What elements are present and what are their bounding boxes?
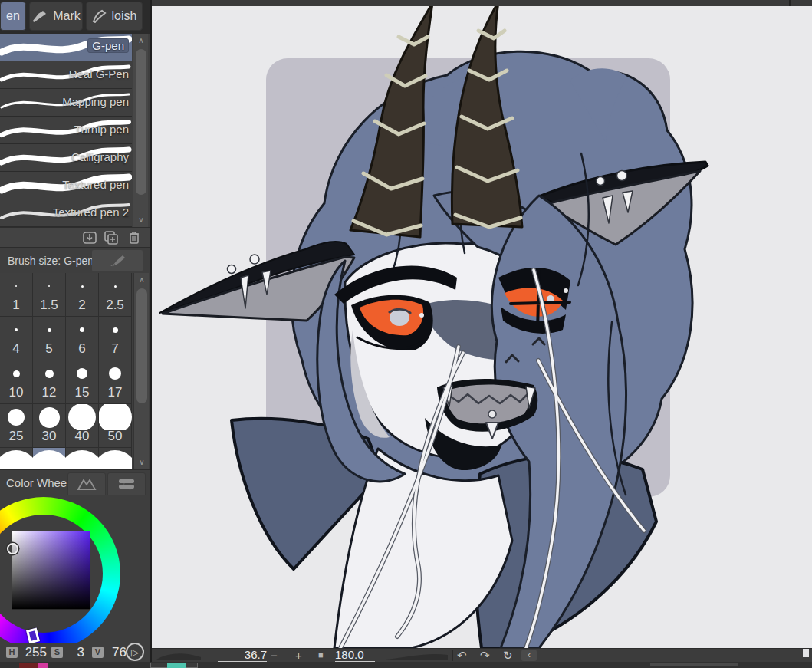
brush-size-cell-17[interactable]: 17 [99, 360, 132, 404]
brush-size-dot [99, 448, 132, 469]
brush-size-dot [66, 360, 99, 387]
play-icon[interactable]: ▷ [126, 643, 144, 661]
brush-size-label: 4 [12, 341, 19, 357]
saturation-value-square[interactable] [12, 531, 90, 610]
brush-size-cell-row5-18[interactable] [66, 448, 99, 469]
tab-marker[interactable]: Mark [29, 2, 83, 31]
brush-list-scrollbar[interactable]: ∧ ∨ [133, 34, 148, 227]
top-strip-divider [789, 0, 791, 6]
brush-size-label: 7 [111, 341, 118, 357]
brush-item-turnip-pen[interactable]: Turnip pen [0, 117, 132, 144]
color-set-tab[interactable] [67, 472, 106, 495]
redo-icon[interactable]: ↷ [480, 649, 490, 662]
brush-size-cell-50[interactable]: 50 [99, 404, 132, 448]
brush-item-mapping-pen[interactable]: Mapping pen [0, 89, 132, 117]
brush-item-textured-pen-2[interactable]: Textured pen 2 [0, 199, 132, 227]
brush-list: G-penReal G-PenMapping penTurnip penCall… [0, 34, 150, 227]
brush-item-label: Calligraphy [71, 150, 129, 163]
scroll-up-icon[interactable]: ∧ [134, 273, 150, 287]
brush-size-cell-10[interactable]: 10 [0, 360, 33, 404]
brush-size-cell-row5-19[interactable] [99, 448, 132, 469]
brush-size-dot [0, 448, 33, 469]
zoom-in-button[interactable]: + [295, 649, 302, 662]
clipped-color-swatch [38, 663, 48, 668]
brush-size-cell-1[interactable]: 1 [0, 273, 33, 317]
status-divider [452, 650, 453, 661]
scroll-down-icon[interactable]: ∨ [133, 213, 149, 227]
status-divider [205, 650, 205, 661]
brush-item-real-g-pen[interactable]: Real G-Pen [0, 61, 132, 89]
saturation-value[interactable]: 3 [63, 645, 84, 660]
tab-loish-label: loish [112, 9, 137, 23]
brush-size-label: 5 [45, 341, 52, 357]
clipped-color-swatch [167, 663, 186, 668]
navigator-thumb[interactable] [155, 650, 201, 661]
brush-size-cell-row5-16[interactable] [0, 448, 33, 469]
brush-size-label: 15 [75, 385, 90, 400]
brush-item-g-pen[interactable]: G-pen [0, 34, 132, 61]
tab-pen[interactable]: en [0, 2, 26, 31]
undo-icon[interactable]: ↶ [457, 649, 467, 662]
pen-icon [92, 9, 107, 23]
brush-size-cell-30[interactable]: 30 [33, 404, 66, 448]
hue-label: H [6, 647, 18, 658]
brush-size-cell-15[interactable]: 15 [66, 360, 99, 404]
rotation-slope[interactable] [376, 650, 448, 661]
sliders-icon [117, 477, 136, 491]
status-bar: 36.7 − + ■ 180.0 ↶ ↷ ↻ ‹ [152, 648, 812, 662]
clipped-bottom-panel [0, 662, 812, 668]
tool-tab-bar: en Mark loish [0, 0, 150, 34]
brush-size-cell-row5-17[interactable] [33, 448, 66, 469]
brush-size-dot [0, 360, 33, 387]
brush-list-scroll-thumb[interactable] [136, 49, 146, 195]
brush-size-cell-2[interactable]: 2 [66, 273, 99, 317]
brush-size-cell-1.5[interactable]: 1.5 [33, 273, 66, 317]
canvas-area[interactable]: 36.7 − + ■ 180.0 ↶ ↷ ↻ ‹ [150, 0, 812, 662]
color-panel-header: Color Wheel [0, 469, 150, 495]
brush-size-cell-7[interactable]: 7 [99, 317, 132, 360]
canvas-top-strip [152, 0, 812, 6]
size-grid-scroll-thumb[interactable] [136, 288, 147, 403]
brush-size-dot [33, 273, 66, 299]
size-grid-scrollbar[interactable]: ∧ ∨ [133, 273, 149, 469]
brush-size-label: 2 [78, 298, 85, 313]
brush-size-cell-25[interactable]: 25 [0, 404, 33, 448]
brush-size-dot [99, 404, 132, 430]
reset-rotation-icon[interactable]: ↻ [503, 649, 513, 662]
scroll-down-icon[interactable]: ∨ [134, 456, 150, 469]
color-wheel[interactable] [0, 495, 150, 643]
tab-loish[interactable]: loish [86, 2, 143, 31]
brush-size-tool-button[interactable] [92, 250, 143, 271]
color-wheel-tab[interactable]: Color Wheel [6, 470, 70, 496]
color-slider-tab[interactable] [107, 472, 146, 495]
clipped-color-swatch [19, 663, 38, 668]
zoom-out-button[interactable]: − [271, 649, 278, 662]
brush-size-cell-6[interactable]: 6 [66, 317, 99, 360]
scroll-up-icon[interactable]: ∧ [133, 34, 149, 48]
import-brush-icon[interactable] [81, 229, 98, 246]
brush-size-dot [99, 360, 132, 387]
saturation-label: S [51, 647, 63, 658]
brush-item-label: Turnip pen [74, 123, 129, 136]
scroll-corner [803, 649, 809, 657]
brush-size-cell-40[interactable]: 40 [66, 404, 99, 448]
marker-icon [31, 9, 48, 23]
artwork-canvas[interactable] [152, 0, 812, 648]
tab-pen-label: en [6, 9, 20, 23]
brush-size-cell-2.5[interactable]: 2.5 [99, 273, 132, 317]
collapse-bar-icon[interactable]: ‹ [521, 650, 537, 661]
brush-item-textured-pen[interactable]: Textured pen [0, 172, 132, 199]
brush-size-cell-12[interactable]: 12 [33, 360, 66, 404]
brush-size-cell-5[interactable]: 5 [33, 317, 66, 360]
brush-item-label: Real G-Pen [69, 67, 129, 81]
zoom-value-field[interactable]: 36.7 [218, 649, 267, 662]
value-value[interactable]: 76 [104, 645, 127, 660]
sv-cursor[interactable] [7, 543, 18, 554]
rotation-value-field[interactable]: 180.0 [335, 649, 375, 662]
duplicate-brush-icon[interactable] [103, 229, 120, 246]
brush-item-calligraphy[interactable]: Calligraphy [0, 144, 132, 172]
delete-brush-icon[interactable] [126, 229, 143, 246]
hue-value[interactable]: 255 [18, 645, 47, 660]
brush-size-cell-4[interactable]: 4 [0, 317, 33, 360]
fit-button[interactable]: ■ [318, 649, 324, 662]
